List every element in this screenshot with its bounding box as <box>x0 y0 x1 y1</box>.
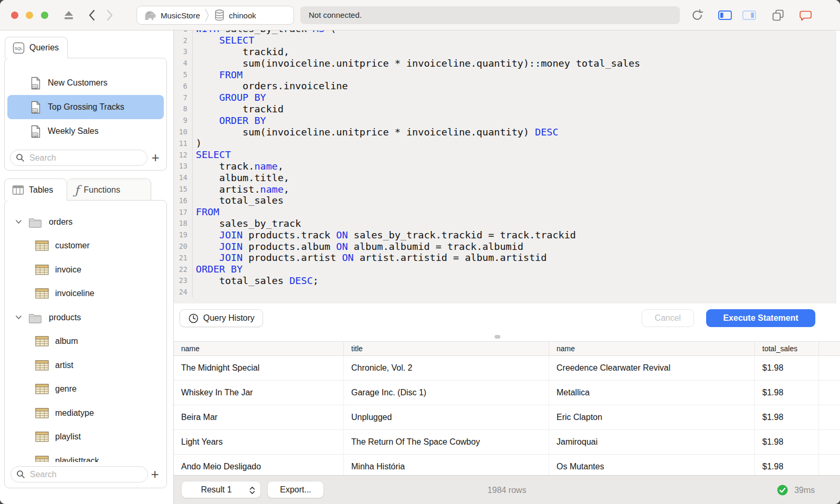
tab-functions[interactable]: ƒ Functions <box>67 178 151 201</box>
zoom-button[interactable] <box>41 12 48 19</box>
result-row[interactable]: Beira MarUnpluggedEric Clapton$1.98 <box>174 405 840 430</box>
code-line: 18 sales_by_track <box>174 218 836 229</box>
line-number: 22 <box>174 265 192 274</box>
tables-search-input[interactable] <box>29 469 142 480</box>
tree-table-row[interactable]: mediatype <box>5 401 166 425</box>
line-number: 23 <box>174 276 192 285</box>
line-number: 9 <box>174 116 192 124</box>
result-cell: Chronicle, Vol. 2 <box>344 356 549 380</box>
breadcrumb[interactable]: MusicStore chinook <box>136 6 294 25</box>
column-header[interactable]: title <box>344 342 549 355</box>
column-header-filler <box>819 342 840 355</box>
close-button[interactable] <box>11 12 18 19</box>
results-table: nametitlenametotal_sales The Midnight Sp… <box>174 341 840 475</box>
result-cell: The Midnight Special <box>174 356 344 380</box>
tree-schema-row[interactable]: products <box>5 306 166 330</box>
table-icon <box>35 431 49 443</box>
elephant-icon <box>143 9 157 21</box>
result-cell-filler <box>819 381 840 405</box>
result-row[interactable]: Light YearsThe Return Of The Space Cowbo… <box>174 430 840 455</box>
refresh-button[interactable] <box>689 7 705 23</box>
line-number: 10 <box>174 128 192 136</box>
feedback-button[interactable] <box>798 7 814 23</box>
sql-editor[interactable]: 1WITH sales_by_track AS (2 SELECT3 track… <box>174 30 836 303</box>
code-line: 9 ORDER BY <box>174 114 836 126</box>
tab-tables[interactable]: Tables <box>4 178 67 201</box>
cancel-button[interactable]: Cancel <box>642 309 694 327</box>
result-row[interactable]: Ando Meio DesligadoMinha HistóriaOs Muta… <box>174 455 840 475</box>
splitter-drag-handle[interactable] <box>495 335 500 339</box>
chevron-down-icon[interactable] <box>15 315 23 320</box>
eject-button[interactable] <box>61 7 77 23</box>
code-line: 21 JOIN products.artist ON artist.artist… <box>174 252 836 264</box>
query-list-item[interactable]: SQLWeekly Sales <box>7 119 164 143</box>
query-list-item[interactable]: SQLNew Customers <box>7 71 164 95</box>
sql-file-icon: SQL <box>30 77 41 90</box>
line-number: 12 <box>174 151 192 159</box>
breadcrumb-database[interactable]: chinook <box>229 11 256 20</box>
breadcrumb-connection[interactable]: MusicStore <box>161 11 200 20</box>
forward-button[interactable] <box>102 7 118 23</box>
code-line: 17FROM <box>174 206 836 218</box>
line-number: 5 <box>174 70 192 79</box>
column-header[interactable]: name <box>174 342 344 355</box>
search-icon <box>16 153 25 162</box>
tree-table-row[interactable]: invoice <box>5 258 166 282</box>
add-query-button[interactable]: + <box>148 149 163 166</box>
table-icon <box>35 383 49 395</box>
toggle-left-sidebar-button[interactable] <box>717 7 733 23</box>
line-number: 1 <box>174 30 192 33</box>
table-label: invoiceline <box>55 289 94 298</box>
toolbar: MusicStore chinook Not connected. <box>0 0 840 30</box>
result-cell: $1.98 <box>755 455 819 475</box>
window-list-button[interactable] <box>770 7 786 23</box>
line-number: 18 <box>174 219 192 227</box>
table-label: album <box>55 337 78 346</box>
result-row[interactable]: The Midnight SpecialChronicle, Vol. 2Cre… <box>174 356 840 381</box>
line-number: 19 <box>174 230 192 239</box>
chevron-down-icon[interactable] <box>15 219 23 224</box>
column-header[interactable]: total_sales <box>755 342 819 355</box>
table-icon <box>35 288 49 299</box>
tables-search[interactable] <box>10 466 148 482</box>
table-icon <box>35 407 49 419</box>
tree-table-row[interactable]: album <box>5 330 166 354</box>
code-line: 22ORDER BY <box>174 264 836 275</box>
execute-statement-button[interactable]: Execute Statement <box>706 309 815 327</box>
tree-table-row[interactable]: invoiceline <box>5 282 166 306</box>
line-number: 8 <box>174 104 192 113</box>
queries-search[interactable] <box>10 150 148 166</box>
line-number: 6 <box>174 82 192 90</box>
app-window: MusicStore chinook Not connected. SQL Qu… <box>0 0 840 504</box>
svg-text:SQL: SQL <box>15 46 23 51</box>
result-cell: $1.98 <box>755 381 819 405</box>
result-cell: Jamiroquai <box>549 430 755 454</box>
queries-search-input[interactable] <box>28 153 142 163</box>
toggle-right-sidebar-button[interactable] <box>741 7 757 23</box>
query-item-label: New Customers <box>48 78 108 88</box>
row-count: 1984 rows <box>174 476 840 504</box>
tab-queries[interactable]: SQL Queries <box>5 37 68 58</box>
column-header[interactable]: name <box>549 342 755 355</box>
tree-schema-row[interactable]: orders <box>5 210 166 234</box>
table-label: playlist <box>55 432 81 442</box>
query-history-button[interactable]: Query History <box>180 309 263 327</box>
tree-table-row[interactable]: artist <box>5 353 166 377</box>
line-number: 20 <box>174 242 192 250</box>
table-columns-icon <box>12 185 24 195</box>
table-icon <box>35 360 49 371</box>
tree-table-row[interactable]: customer <box>5 234 166 258</box>
add-table-button[interactable]: + <box>147 465 163 483</box>
table-label: genre <box>55 384 77 394</box>
tables-search-row: + <box>5 462 166 487</box>
table-icon <box>35 264 49 276</box>
minimize-button[interactable] <box>26 12 33 19</box>
tab-tables-label: Tables <box>29 185 53 195</box>
tree-table-row[interactable]: genre <box>5 377 166 402</box>
forward-chevron-icon <box>106 9 113 22</box>
query-list-item[interactable]: SQLTop Grossing Tracks <box>7 95 164 119</box>
tree-table-row[interactable]: playlist <box>5 425 166 449</box>
result-cell: Metallica <box>549 381 755 405</box>
back-button[interactable] <box>84 7 100 23</box>
result-row[interactable]: Whiskey In The JarGarage Inc. (Disc 1)Me… <box>174 381 840 405</box>
